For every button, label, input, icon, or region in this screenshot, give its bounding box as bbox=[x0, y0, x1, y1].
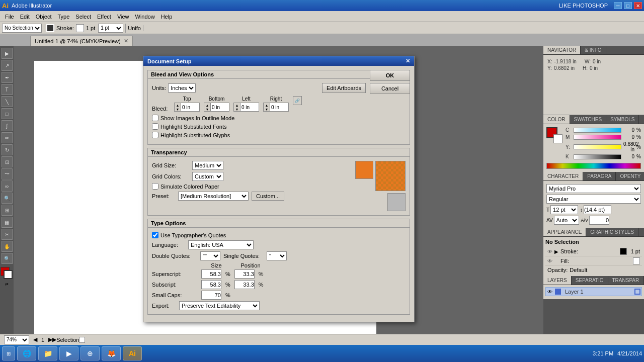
tool-eyedropper[interactable]: 🔍 bbox=[2, 193, 13, 204]
small-caps-input[interactable] bbox=[201, 291, 221, 300]
bleed-top-up[interactable]: ▲ bbox=[175, 103, 181, 107]
menu-help[interactable]: Help bbox=[158, 14, 176, 20]
minimize-button[interactable]: ─ bbox=[614, 2, 622, 9]
taskbar-ie[interactable]: 🌐 bbox=[17, 346, 36, 360]
taskbar-firefox[interactable]: 🦊 bbox=[102, 346, 121, 360]
tool-hand[interactable]: ✋ bbox=[2, 241, 13, 252]
font-style-select[interactable]: Regular bbox=[546, 195, 641, 204]
tool-warp[interactable]: 〜 bbox=[2, 168, 13, 179]
c-slider[interactable] bbox=[574, 128, 621, 133]
tab-graphic-styles[interactable]: GRAPHIC STYLES bbox=[586, 228, 638, 236]
kern-select[interactable]: Auto bbox=[554, 216, 579, 225]
tool-direct-select[interactable]: ↗ bbox=[2, 60, 13, 71]
highlight-fonts-checkbox[interactable] bbox=[152, 123, 158, 130]
bleed-bottom-down[interactable]: ▼ bbox=[204, 107, 210, 111]
stroke-eye-icon[interactable]: 👁 bbox=[547, 249, 552, 254]
taskbar-hp[interactable]: ⊕ bbox=[80, 346, 100, 360]
m-slider[interactable] bbox=[574, 135, 621, 140]
tab-appearance[interactable]: APPEARANCE bbox=[543, 228, 586, 236]
orange-swatch[interactable] bbox=[355, 161, 373, 179]
tool-select[interactable]: ▶ bbox=[2, 48, 13, 59]
bg-color-box[interactable] bbox=[553, 134, 562, 143]
tab-symbols[interactable]: SYMBOLS bbox=[606, 115, 639, 124]
bleed-right-down[interactable]: ▼ bbox=[264, 107, 270, 111]
simulate-checkbox[interactable] bbox=[152, 183, 158, 190]
menu-effect[interactable]: Effect bbox=[94, 14, 114, 20]
menu-edit[interactable]: Edit bbox=[17, 14, 33, 20]
tool-blend[interactable]: ∞ bbox=[2, 180, 13, 192]
nav-prev-btn[interactable]: ◀ bbox=[33, 336, 37, 343]
edit-artboards-button[interactable]: Edit Artboards bbox=[322, 83, 366, 93]
doc-tab-close[interactable]: ✕ bbox=[124, 38, 128, 44]
bleed-right-input[interactable] bbox=[270, 103, 288, 111]
bleed-right-up[interactable]: ▲ bbox=[264, 103, 270, 107]
fill-eye-icon[interactable]: 👁 bbox=[547, 258, 552, 264]
font-family-select[interactable]: Myriad Pro bbox=[546, 184, 641, 193]
tool-mesh[interactable]: ⊞ bbox=[2, 205, 13, 216]
cancel-button[interactable]: Cancel bbox=[370, 83, 410, 94]
nav-next-btn[interactable]: ▶▶ bbox=[48, 336, 56, 343]
selection-select[interactable]: No Selection bbox=[2, 24, 42, 33]
menu-object[interactable]: Object bbox=[33, 14, 55, 20]
units-select[interactable]: Inches Pixels Points bbox=[168, 83, 196, 93]
tool-paintbrush[interactable]: ∫ bbox=[2, 120, 13, 131]
chain-button[interactable]: 🔗 bbox=[293, 96, 302, 105]
tab-separation[interactable]: SEPARATIO bbox=[572, 276, 608, 285]
k-slider[interactable] bbox=[574, 154, 621, 159]
bleed-top-down[interactable]: ▼ bbox=[175, 107, 181, 111]
stroke-color-chip[interactable] bbox=[620, 248, 627, 255]
leading-input[interactable] bbox=[584, 205, 611, 214]
tool-pencil[interactable]: ✏ bbox=[2, 132, 13, 143]
taskbar-media[interactable]: ▶ bbox=[59, 346, 78, 360]
dialog-close-btn[interactable]: ✕ bbox=[406, 58, 410, 64]
bleed-top-input[interactable] bbox=[181, 103, 199, 111]
y-slider[interactable] bbox=[574, 144, 621, 149]
bleed-left-down[interactable]: ▼ bbox=[234, 107, 240, 111]
double-quotes-select[interactable]: "" bbox=[200, 251, 220, 260]
tool-type[interactable]: T bbox=[2, 84, 13, 95]
tracking-input[interactable] bbox=[589, 216, 609, 225]
menu-window[interactable]: Window bbox=[132, 14, 158, 20]
tab-transform[interactable]: TRANSPAR bbox=[608, 276, 644, 285]
doc-tab[interactable]: Untitled-1 @ 74% (CMYK/Preview) ✕ bbox=[30, 36, 133, 46]
tool-shape[interactable]: □ bbox=[2, 108, 13, 119]
single-quotes-select[interactable]: '' bbox=[267, 251, 287, 260]
tool-line[interactable]: ╲ bbox=[2, 96, 13, 107]
stroke-color[interactable] bbox=[4, 270, 13, 279]
tool-rotate[interactable]: ↻ bbox=[2, 144, 13, 155]
export-select[interactable]: Preserve Text Editability bbox=[179, 301, 260, 310]
menu-view[interactable]: View bbox=[114, 14, 132, 20]
menu-select[interactable]: Select bbox=[72, 14, 94, 20]
stroke-width-select[interactable]: 1 pt bbox=[98, 24, 123, 33]
layer-1-eye-icon[interactable]: 👁 bbox=[547, 289, 553, 295]
tab-navigator[interactable]: NAVIGATOR bbox=[543, 46, 581, 54]
superscript-pos-input[interactable] bbox=[234, 269, 255, 279]
menu-file[interactable]: File bbox=[2, 14, 17, 20]
tool-gradient[interactable]: ▦ bbox=[2, 217, 13, 228]
tab-color[interactable]: COLOR bbox=[543, 115, 570, 124]
tab-info[interactable]: & INFO bbox=[581, 46, 606, 54]
spectrum-bar[interactable] bbox=[546, 163, 641, 169]
subscript-pos-input[interactable] bbox=[234, 280, 255, 289]
bleed-bottom-up[interactable]: ▲ bbox=[204, 103, 210, 107]
language-select[interactable]: English: USA bbox=[188, 240, 254, 249]
typo-quotes-checkbox[interactable] bbox=[152, 232, 158, 238]
tool-zoom[interactable]: 🔍 bbox=[2, 253, 13, 264]
bleed-left-up[interactable]: ▲ bbox=[234, 103, 240, 107]
taskbar-ai[interactable]: Ai bbox=[123, 346, 142, 360]
maximize-button[interactable]: □ bbox=[624, 2, 632, 9]
tool-scissors[interactable]: ✂ bbox=[2, 229, 13, 240]
tab-swatches[interactable]: SWATCHES bbox=[570, 115, 607, 124]
tab-layers[interactable]: LAYERS bbox=[543, 276, 572, 285]
highlight-glyphs-checkbox[interactable] bbox=[152, 132, 158, 138]
start-button[interactable]: ⊞ bbox=[2, 346, 15, 360]
taskbar-files[interactable]: 📁 bbox=[38, 346, 57, 360]
subscript-size-input[interactable] bbox=[201, 280, 221, 289]
show-images-checkbox[interactable] bbox=[152, 115, 158, 121]
tool-pen[interactable]: ✒ bbox=[2, 72, 13, 83]
ok-button[interactable]: OK bbox=[370, 70, 410, 81]
bleed-bottom-input[interactable] bbox=[211, 103, 229, 111]
superscript-size-input[interactable] bbox=[201, 269, 221, 279]
swap-colors[interactable]: ⇄ bbox=[5, 282, 9, 287]
tool-scale[interactable]: ⊡ bbox=[2, 156, 13, 167]
